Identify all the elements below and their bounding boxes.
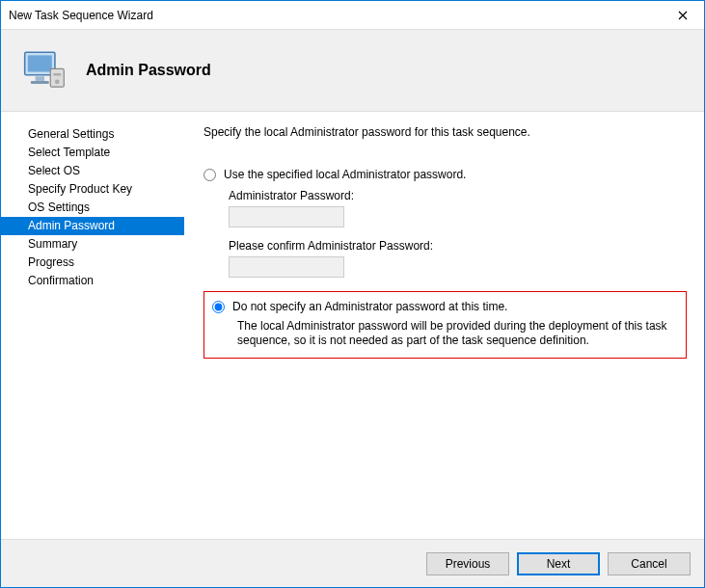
sidebar-item-select-template[interactable]: Select Template	[1, 144, 184, 162]
svg-rect-4	[50, 68, 64, 87]
option-use-specified-label: Use the specified local Administrator pa…	[224, 168, 466, 181]
previous-button[interactable]: Previous	[426, 552, 509, 575]
svg-rect-2	[36, 76, 44, 81]
highlighted-option: Do not specify an Administrator password…	[203, 291, 687, 359]
sidebar: General Settings Select Template Select …	[1, 112, 184, 539]
sidebar-item-label: Select OS	[28, 164, 80, 177]
wizard-body: General Settings Select Template Select …	[1, 112, 704, 539]
sidebar-item-admin-password[interactable]: Admin Password	[1, 217, 184, 235]
sidebar-item-progress[interactable]: Progress	[1, 254, 184, 272]
svg-rect-5	[53, 73, 61, 75]
sidebar-item-label: Specify Product Key	[28, 182, 132, 196]
close-button[interactable]	[661, 1, 704, 29]
option-do-not-specify[interactable]: Do not specify an Administrator password…	[212, 300, 678, 313]
option-do-not-specify-label: Do not specify an Administrator password…	[232, 300, 507, 313]
cancel-button[interactable]: Cancel	[608, 552, 691, 575]
sidebar-item-label: Select Template	[28, 146, 110, 159]
sidebar-item-label: General Settings	[28, 127, 114, 141]
password-confirm-label: Please confirm Administrator Password:	[229, 239, 687, 253]
sidebar-item-select-os[interactable]: Select OS	[1, 162, 184, 180]
close-icon	[678, 11, 688, 20]
sidebar-item-general-settings[interactable]: General Settings	[1, 125, 184, 144]
svg-point-6	[55, 79, 60, 84]
content-panel: Specify the local Administrator password…	[184, 112, 704, 539]
sidebar-item-label: Progress	[28, 255, 74, 269]
password-label: Administrator Password:	[229, 189, 687, 202]
password-input[interactable]	[229, 206, 344, 227]
intro-text: Specify the local Administrator password…	[203, 125, 687, 139]
sidebar-item-os-settings[interactable]: OS Settings	[1, 199, 184, 217]
computer-icon	[20, 46, 68, 94]
sidebar-item-confirmation[interactable]: Confirmation	[1, 272, 184, 290]
titlebar: New Task Sequence Wizard	[1, 1, 704, 30]
next-button[interactable]: Next	[517, 552, 600, 575]
password-block: Administrator Password:	[229, 189, 687, 227]
sidebar-item-label: Admin Password	[28, 219, 115, 232]
password-confirm-block: Please confirm Administrator Password:	[229, 239, 687, 278]
option-do-not-specify-description: The local Administrator password will be…	[237, 319, 678, 348]
option-use-specified[interactable]: Use the specified local Administrator pa…	[203, 168, 687, 181]
sidebar-item-label: Summary	[28, 237, 77, 251]
sidebar-item-specify-product-key[interactable]: Specify Product Key	[1, 180, 184, 199]
sidebar-item-summary[interactable]: Summary	[1, 235, 184, 254]
sidebar-item-label: Confirmation	[28, 274, 94, 287]
page-title: Admin Password	[86, 62, 211, 79]
svg-rect-3	[31, 81, 49, 84]
password-confirm-input[interactable]	[229, 256, 344, 278]
window-title: New Task Sequence Wizard	[9, 9, 153, 22]
wizard-footer: Previous Next Cancel	[1, 539, 704, 587]
radio-use-specified[interactable]	[203, 169, 216, 181]
radio-do-not-specify[interactable]	[212, 301, 225, 313]
sidebar-item-label: OS Settings	[28, 200, 90, 214]
svg-rect-1	[28, 55, 52, 71]
wizard-header: Admin Password	[1, 30, 704, 112]
